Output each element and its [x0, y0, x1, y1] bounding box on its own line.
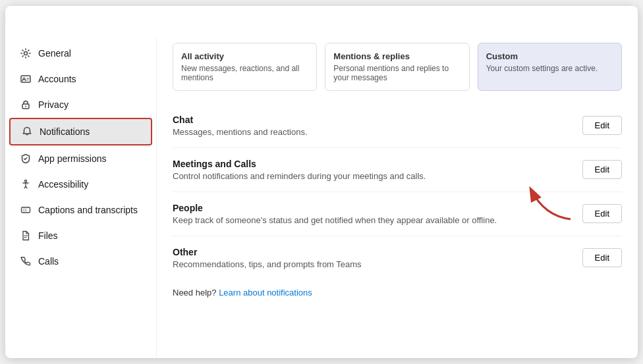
section-title-meetings: Meetings and Calls: [173, 159, 572, 169]
phone-icon: [20, 255, 32, 267]
notif-card-all[interactable]: All activity New messages, reactions, an…: [173, 43, 317, 91]
file-icon: [20, 230, 32, 242]
sidebar-item-calls[interactable]: Calls: [9, 249, 152, 274]
svg-point-0: [24, 52, 28, 55]
notif-card-title-custom: Custom: [486, 51, 613, 61]
gear-icon: [20, 47, 32, 59]
sidebar-label-privacy: Privacy: [38, 99, 69, 110]
section-chat: Chat Messages, mentions and reactions. E…: [173, 104, 622, 148]
sidebar-label-app-permissions: App permissions: [38, 153, 107, 164]
section-row-chat: Chat Messages, mentions and reactions. E…: [173, 115, 622, 137]
bell-icon: [21, 126, 33, 138]
title-bar: [5, 6, 638, 38]
sidebar-label-accounts: Accounts: [38, 74, 76, 84]
section-row-people: People Keep track of someone's status an…: [173, 203, 622, 225]
sidebar-label-files: Files: [38, 230, 58, 241]
lock-icon: [20, 99, 32, 111]
sidebar-item-files[interactable]: Files: [9, 223, 152, 248]
cc-icon: CC: [20, 204, 32, 216]
shield-icon: [20, 153, 32, 165]
section-title-chat: Chat: [173, 115, 572, 125]
sidebar-label-notifications: Notifications: [40, 126, 90, 137]
help-line: Need help? Learn about notifications: [173, 280, 622, 300]
section-other: Other Recommendations, tips, and prompts…: [173, 236, 622, 280]
sidebar-label-general: General: [38, 48, 71, 59]
sidebar-item-app-permissions[interactable]: App permissions: [9, 146, 152, 171]
notif-card-desc-all: New messages, reactions, and all mention…: [181, 64, 308, 82]
sections-container: Chat Messages, mentions and reactions. E…: [173, 104, 622, 280]
sidebar-item-captions[interactable]: CC Captions and transcripts: [9, 197, 152, 222]
svg-point-4: [25, 106, 26, 107]
person-card-icon: [20, 73, 32, 85]
svg-point-5: [25, 180, 27, 182]
sidebar-item-privacy[interactable]: Privacy: [9, 92, 152, 117]
sidebar-item-accounts[interactable]: Accounts: [9, 66, 152, 91]
sidebar-item-accessibility[interactable]: Accessibility: [9, 172, 152, 197]
section-info-other: Other Recommendations, tips, and prompts…: [173, 247, 572, 269]
section-row-other: Other Recommendations, tips, and prompts…: [173, 247, 622, 269]
sidebar-label-captions: Captions and transcripts: [38, 205, 138, 215]
notif-card-mentions[interactable]: Mentions & replies Personal mentions and…: [325, 43, 469, 91]
notif-card-desc-custom: Your custom settings are active.: [486, 64, 613, 73]
help-link[interactable]: Learn about notifications: [219, 288, 312, 298]
notif-card-custom[interactable]: Custom Your custom settings are active.: [478, 43, 622, 91]
section-meetings: Meetings and Calls Control notifications…: [173, 148, 622, 192]
help-text: Need help?: [173, 288, 219, 298]
section-title-other: Other: [173, 247, 572, 257]
sidebar: General Accounts Privacy Notifications A…: [5, 38, 157, 358]
section-desc-chat: Messages, mentions and reactions.: [173, 127, 572, 137]
sidebar-label-accessibility: Accessibility: [38, 179, 88, 190]
section-row-meetings: Meetings and Calls Control notifications…: [173, 159, 622, 181]
sidebar-label-calls: Calls: [38, 256, 59, 267]
section-desc-people: Keep track of someone's status and get n…: [173, 215, 572, 225]
notif-card-desc-mentions: Personal mentions and replies to your me…: [333, 64, 461, 82]
section-desc-other: Recommendations, tips, and prompts from …: [173, 259, 572, 269]
accessibility-icon: [20, 178, 32, 190]
section-title-people: People: [173, 203, 572, 213]
section-desc-meetings: Control notifications and reminders duri…: [173, 171, 572, 181]
sidebar-item-general[interactable]: General: [9, 41, 152, 66]
close-button[interactable]: [609, 14, 627, 32]
main-content: All activity New messages, reactions, an…: [157, 38, 638, 358]
section-info-people: People Keep track of someone's status an…: [173, 203, 572, 225]
notification-type-cards: All activity New messages, reactions, an…: [173, 38, 622, 91]
edit-button-people[interactable]: Edit: [582, 204, 622, 223]
edit-button-meetings[interactable]: Edit: [582, 160, 622, 179]
section-info-meetings: Meetings and Calls Control notifications…: [173, 159, 572, 181]
content-area: General Accounts Privacy Notifications A…: [5, 38, 638, 358]
svg-text:CC: CC: [23, 208, 28, 212]
section-info-chat: Chat Messages, mentions and reactions.: [173, 115, 572, 137]
notif-card-title-mentions: Mentions & replies: [333, 51, 461, 61]
edit-button-other[interactable]: Edit: [582, 248, 622, 267]
settings-window: General Accounts Privacy Notifications A…: [5, 6, 638, 358]
notif-card-title-all: All activity: [181, 51, 308, 61]
section-people: People Keep track of someone's status an…: [173, 192, 622, 236]
edit-button-chat[interactable]: Edit: [582, 116, 622, 135]
sidebar-item-notifications[interactable]: Notifications: [9, 118, 152, 145]
